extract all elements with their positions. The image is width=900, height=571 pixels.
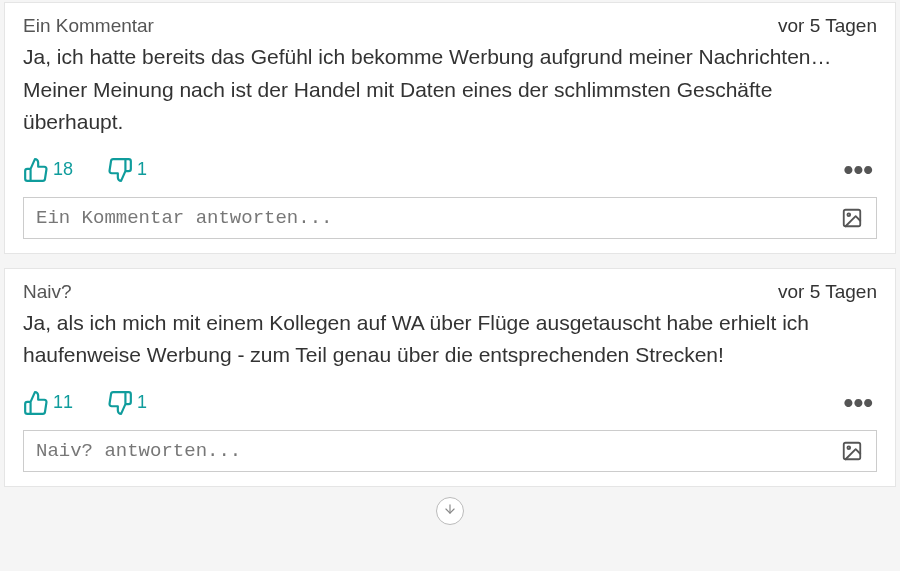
downvote-count: 1 (137, 159, 147, 180)
comment-actions: 18 1 ••• (23, 157, 877, 183)
reply-input[interactable]: Naiv? antworten... (23, 430, 877, 472)
arrow-down-icon (443, 502, 457, 520)
reply-input[interactable]: Ein Kommentar antworten... (23, 197, 877, 239)
comment-card: Ein Kommentar vor 5 Tagen Ja, ich hatte … (4, 2, 896, 254)
reply-placeholder: Naiv? antworten... (36, 440, 241, 462)
downvote-button[interactable]: 1 (107, 390, 147, 416)
more-button[interactable]: ••• (840, 393, 877, 412)
comment-header: Naiv? vor 5 Tagen (23, 281, 877, 303)
comment-card: Naiv? vor 5 Tagen Ja, als ich mich mit e… (4, 268, 896, 487)
thumbs-up-icon (23, 390, 49, 416)
thumbs-up-icon (23, 157, 49, 183)
thumbs-down-icon (107, 157, 133, 183)
thumbs-down-icon (107, 390, 133, 416)
reply-placeholder: Ein Kommentar antworten... (36, 207, 332, 229)
image-icon (840, 207, 864, 229)
upvote-count: 18 (53, 159, 73, 180)
comment-actions: 11 1 ••• (23, 390, 877, 416)
downvote-count: 1 (137, 392, 147, 413)
comment-time: vor 5 Tagen (778, 281, 877, 303)
svg-point-1 (847, 213, 850, 216)
vote-group: 18 1 (23, 157, 147, 183)
more-button[interactable]: ••• (840, 160, 877, 179)
load-more-button[interactable] (436, 497, 464, 525)
comment-body: Ja, ich hatte bereits das Gefühl ich bek… (23, 41, 877, 139)
load-more (0, 497, 900, 525)
comment-author: Naiv? (23, 281, 72, 303)
comment-author: Ein Kommentar (23, 15, 154, 37)
attach-image-button[interactable] (840, 440, 864, 462)
more-icon: ••• (844, 387, 873, 418)
comment-header: Ein Kommentar vor 5 Tagen (23, 15, 877, 37)
svg-point-3 (847, 446, 850, 449)
upvote-count: 11 (53, 392, 73, 413)
attach-image-button[interactable] (840, 207, 864, 229)
upvote-button[interactable]: 11 (23, 390, 73, 416)
more-icon: ••• (844, 154, 873, 185)
comment-time: vor 5 Tagen (778, 15, 877, 37)
upvote-button[interactable]: 18 (23, 157, 73, 183)
comment-body: Ja, als ich mich mit einem Kollegen auf … (23, 307, 877, 372)
downvote-button[interactable]: 1 (107, 157, 147, 183)
image-icon (840, 440, 864, 462)
vote-group: 11 1 (23, 390, 147, 416)
